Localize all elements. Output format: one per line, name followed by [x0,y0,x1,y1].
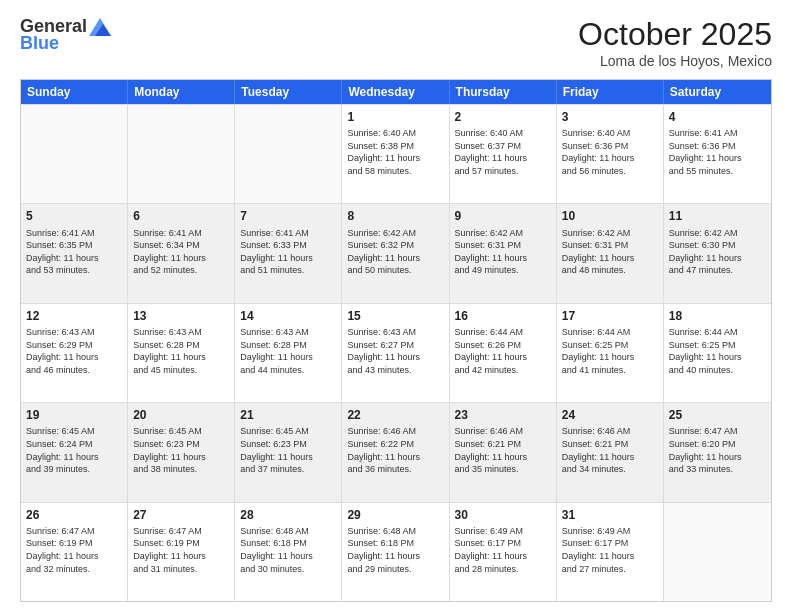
cell-text: Sunrise: 6:43 AM Sunset: 6:29 PM Dayligh… [26,326,122,376]
cell-text: Sunrise: 6:49 AM Sunset: 6:17 PM Dayligh… [455,525,551,575]
cell-text: Sunrise: 6:40 AM Sunset: 6:38 PM Dayligh… [347,127,443,177]
cell-text: Sunrise: 6:40 AM Sunset: 6:37 PM Dayligh… [455,127,551,177]
calendar-cell-r1-c5: 10Sunrise: 6:42 AM Sunset: 6:31 PM Dayli… [557,204,664,302]
calendar-cell-r3-c1: 20Sunrise: 6:45 AM Sunset: 6:23 PM Dayli… [128,403,235,501]
day-number: 21 [240,407,336,423]
calendar-cell-r4-c2: 28Sunrise: 6:48 AM Sunset: 6:18 PM Dayli… [235,503,342,601]
day-number: 20 [133,407,229,423]
day-number: 10 [562,208,658,224]
calendar-cell-r0-c0 [21,105,128,203]
calendar-row-3: 19Sunrise: 6:45 AM Sunset: 6:24 PM Dayli… [21,402,771,501]
cell-text: Sunrise: 6:43 AM Sunset: 6:28 PM Dayligh… [240,326,336,376]
calendar-cell-r0-c4: 2Sunrise: 6:40 AM Sunset: 6:37 PM Daylig… [450,105,557,203]
cell-text: Sunrise: 6:45 AM Sunset: 6:23 PM Dayligh… [133,425,229,475]
calendar-row-0: 1Sunrise: 6:40 AM Sunset: 6:38 PM Daylig… [21,104,771,203]
day-number: 23 [455,407,551,423]
calendar-cell-r2-c2: 14Sunrise: 6:43 AM Sunset: 6:28 PM Dayli… [235,304,342,402]
day-number: 18 [669,308,766,324]
logo: General Blue [20,16,111,54]
cell-text: Sunrise: 6:41 AM Sunset: 6:36 PM Dayligh… [669,127,766,177]
cell-text: Sunrise: 6:47 AM Sunset: 6:19 PM Dayligh… [133,525,229,575]
calendar-cell-r2-c4: 16Sunrise: 6:44 AM Sunset: 6:26 PM Dayli… [450,304,557,402]
day-number: 3 [562,109,658,125]
logo-icon [89,18,111,36]
calendar-cell-r1-c2: 7Sunrise: 6:41 AM Sunset: 6:33 PM Daylig… [235,204,342,302]
calendar-row-4: 26Sunrise: 6:47 AM Sunset: 6:19 PM Dayli… [21,502,771,601]
day-number: 24 [562,407,658,423]
calendar-cell-r0-c3: 1Sunrise: 6:40 AM Sunset: 6:38 PM Daylig… [342,105,449,203]
cell-text: Sunrise: 6:42 AM Sunset: 6:30 PM Dayligh… [669,227,766,277]
calendar-cell-r2-c5: 17Sunrise: 6:44 AM Sunset: 6:25 PM Dayli… [557,304,664,402]
cell-text: Sunrise: 6:41 AM Sunset: 6:33 PM Dayligh… [240,227,336,277]
day-number: 26 [26,507,122,523]
calendar-cell-r4-c5: 31Sunrise: 6:49 AM Sunset: 6:17 PM Dayli… [557,503,664,601]
cell-text: Sunrise: 6:42 AM Sunset: 6:32 PM Dayligh… [347,227,443,277]
day-number: 7 [240,208,336,224]
weekday-wednesday: Wednesday [342,80,449,104]
day-number: 9 [455,208,551,224]
cell-text: Sunrise: 6:43 AM Sunset: 6:28 PM Dayligh… [133,326,229,376]
calendar-body: 1Sunrise: 6:40 AM Sunset: 6:38 PM Daylig… [21,104,771,601]
cell-text: Sunrise: 6:49 AM Sunset: 6:17 PM Dayligh… [562,525,658,575]
calendar-cell-r2-c3: 15Sunrise: 6:43 AM Sunset: 6:27 PM Dayli… [342,304,449,402]
calendar-row-1: 5Sunrise: 6:41 AM Sunset: 6:35 PM Daylig… [21,203,771,302]
day-number: 5 [26,208,122,224]
month-title: October 2025 [578,16,772,53]
header: General Blue October 2025 Loma de los Ho… [20,16,772,69]
day-number: 12 [26,308,122,324]
cell-text: Sunrise: 6:45 AM Sunset: 6:24 PM Dayligh… [26,425,122,475]
day-number: 31 [562,507,658,523]
calendar-cell-r3-c2: 21Sunrise: 6:45 AM Sunset: 6:23 PM Dayli… [235,403,342,501]
day-number: 2 [455,109,551,125]
page: General Blue October 2025 Loma de los Ho… [0,0,792,612]
calendar-row-2: 12Sunrise: 6:43 AM Sunset: 6:29 PM Dayli… [21,303,771,402]
calendar-cell-r0-c2 [235,105,342,203]
day-number: 16 [455,308,551,324]
location-title: Loma de los Hoyos, Mexico [578,53,772,69]
day-number: 8 [347,208,443,224]
day-number: 17 [562,308,658,324]
cell-text: Sunrise: 6:44 AM Sunset: 6:25 PM Dayligh… [669,326,766,376]
calendar-cell-r2-c6: 18Sunrise: 6:44 AM Sunset: 6:25 PM Dayli… [664,304,771,402]
day-number: 15 [347,308,443,324]
calendar-cell-r1-c4: 9Sunrise: 6:42 AM Sunset: 6:31 PM Daylig… [450,204,557,302]
calendar-cell-r1-c3: 8Sunrise: 6:42 AM Sunset: 6:32 PM Daylig… [342,204,449,302]
weekday-thursday: Thursday [450,80,557,104]
day-number: 29 [347,507,443,523]
calendar-cell-r4-c6 [664,503,771,601]
cell-text: Sunrise: 6:44 AM Sunset: 6:26 PM Dayligh… [455,326,551,376]
day-number: 4 [669,109,766,125]
calendar-cell-r3-c3: 22Sunrise: 6:46 AM Sunset: 6:22 PM Dayli… [342,403,449,501]
day-number: 11 [669,208,766,224]
title-block: October 2025 Loma de los Hoyos, Mexico [578,16,772,69]
weekday-friday: Friday [557,80,664,104]
calendar-cell-r0-c5: 3Sunrise: 6:40 AM Sunset: 6:36 PM Daylig… [557,105,664,203]
cell-text: Sunrise: 6:47 AM Sunset: 6:20 PM Dayligh… [669,425,766,475]
cell-text: Sunrise: 6:47 AM Sunset: 6:19 PM Dayligh… [26,525,122,575]
weekday-tuesday: Tuesday [235,80,342,104]
day-number: 13 [133,308,229,324]
calendar-cell-r4-c1: 27Sunrise: 6:47 AM Sunset: 6:19 PM Dayli… [128,503,235,601]
cell-text: Sunrise: 6:46 AM Sunset: 6:21 PM Dayligh… [455,425,551,475]
calendar-cell-r0-c1 [128,105,235,203]
calendar-cell-r4-c0: 26Sunrise: 6:47 AM Sunset: 6:19 PM Dayli… [21,503,128,601]
calendar-cell-r3-c0: 19Sunrise: 6:45 AM Sunset: 6:24 PM Dayli… [21,403,128,501]
calendar-cell-r1-c6: 11Sunrise: 6:42 AM Sunset: 6:30 PM Dayli… [664,204,771,302]
calendar-cell-r3-c6: 25Sunrise: 6:47 AM Sunset: 6:20 PM Dayli… [664,403,771,501]
calendar-cell-r4-c3: 29Sunrise: 6:48 AM Sunset: 6:18 PM Dayli… [342,503,449,601]
calendar-cell-r2-c0: 12Sunrise: 6:43 AM Sunset: 6:29 PM Dayli… [21,304,128,402]
weekday-monday: Monday [128,80,235,104]
logo-blue: Blue [20,33,59,54]
cell-text: Sunrise: 6:43 AM Sunset: 6:27 PM Dayligh… [347,326,443,376]
day-number: 28 [240,507,336,523]
calendar-cell-r3-c4: 23Sunrise: 6:46 AM Sunset: 6:21 PM Dayli… [450,403,557,501]
cell-text: Sunrise: 6:45 AM Sunset: 6:23 PM Dayligh… [240,425,336,475]
calendar-cell-r1-c0: 5Sunrise: 6:41 AM Sunset: 6:35 PM Daylig… [21,204,128,302]
cell-text: Sunrise: 6:42 AM Sunset: 6:31 PM Dayligh… [562,227,658,277]
cell-text: Sunrise: 6:44 AM Sunset: 6:25 PM Dayligh… [562,326,658,376]
day-number: 1 [347,109,443,125]
day-number: 6 [133,208,229,224]
day-number: 22 [347,407,443,423]
day-number: 19 [26,407,122,423]
cell-text: Sunrise: 6:48 AM Sunset: 6:18 PM Dayligh… [347,525,443,575]
